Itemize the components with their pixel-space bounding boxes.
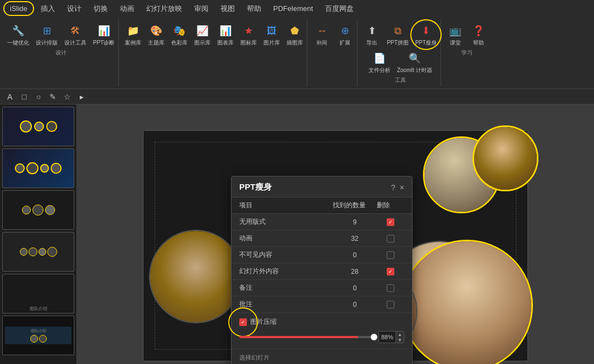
- slide-thumb-2[interactable]: 2: [2, 148, 74, 188]
- group-design-label: 设计: [56, 49, 67, 57]
- btn-export-label: 导出: [366, 40, 377, 46]
- rect-tool-btn[interactable]: □: [19, 91, 30, 102]
- btn-expand[interactable]: ⊕ 扩展: [334, 21, 356, 84]
- classroom-icon: 📺: [448, 23, 463, 38]
- tab-transition[interactable]: 切换: [88, 2, 113, 16]
- col-delete: 删除: [377, 201, 404, 210]
- row3-count: 0: [333, 251, 377, 259]
- btn-helplearn[interactable]: ❓ 帮助: [468, 21, 490, 48]
- compress-row: 图片压缩: [239, 317, 404, 327]
- slide-thumb-3[interactable]: 3: [2, 190, 74, 230]
- row6-check: [377, 301, 404, 308]
- tab-help[interactable]: 帮助: [241, 2, 267, 16]
- avatar-5: [401, 240, 533, 364]
- checkbox-animation[interactable]: [387, 235, 394, 242]
- slide-thumb-5[interactable]: 图队介绍 5: [2, 274, 74, 313]
- checkbox-unusedlayout[interactable]: ✓: [387, 218, 394, 226]
- checkbox-invisible[interactable]: [387, 251, 394, 259]
- btn-images[interactable]: 🖼 图片库: [261, 21, 283, 84]
- slide-6-label: 团队介绍: [7, 328, 70, 334]
- table-row-comments: 批注 0: [232, 296, 412, 313]
- tab-baidunetdisk[interactable]: 百度网盘: [320, 2, 359, 16]
- row2-name: 动画: [239, 234, 333, 243]
- table-row-outside: 幻灯片外内容 28 ✓: [232, 263, 412, 280]
- compress-label: 图片压缩: [250, 317, 277, 327]
- tab-pdfelement[interactable]: PDFelement: [268, 2, 318, 15]
- canvas-area[interactable]: PPT瘦身 ? × 项目 找到的数量 删除 无用版式 9: [77, 104, 594, 364]
- tab-animation[interactable]: 动画: [114, 2, 140, 16]
- group-tools-label: 工具: [395, 76, 406, 84]
- tab-islide[interactable]: iSlide: [3, 1, 34, 16]
- supplement-icon: ↔: [314, 23, 329, 38]
- dialog-header: PPT瘦身 ? ×: [232, 177, 412, 197]
- tab-review[interactable]: 审阅: [189, 2, 214, 16]
- btn-onekey[interactable]: 🔧 一键优化: [4, 21, 32, 48]
- text-tool-btn[interactable]: A: [4, 91, 15, 102]
- btn-icons-label: 图标库: [240, 40, 257, 46]
- slide-thumb-1[interactable]: 1: [2, 107, 74, 146]
- btn-charttypes[interactable]: 📊 图表库: [215, 21, 237, 84]
- btn-zoomit[interactable]: 🔍 ZoomIt 计时器: [394, 49, 435, 75]
- btn-fileanalysis[interactable]: 📄 文件分析: [366, 49, 393, 75]
- onekey-icon: 🔧: [10, 23, 26, 38]
- dialog-title: PPT瘦身: [239, 182, 272, 192]
- images-icon: 🖼: [264, 23, 279, 38]
- btn-export[interactable]: ⬆ 导出: [361, 21, 383, 48]
- btn-icons[interactable]: ★ 图标库: [238, 21, 260, 84]
- designtool-icon: 🛠: [68, 23, 83, 38]
- slider-spinners: ▲ ▼: [395, 332, 404, 343]
- btn-charts[interactable]: 📈 图示库: [191, 21, 213, 84]
- slide-panel[interactable]: 1 2 3 4: [0, 104, 77, 364]
- btn-pptjigsaw[interactable]: ⧉ PPT拼图: [384, 21, 411, 48]
- main-area: 1 2 3 4: [0, 104, 594, 364]
- slide-thumb-6[interactable]: 团队介绍 6: [2, 316, 74, 355]
- dialog-help-icon[interactable]: ?: [391, 183, 395, 192]
- btn-helplearn-label: 帮助: [473, 40, 484, 46]
- checkbox-outside[interactable]: ✓: [387, 268, 394, 275]
- group-design: 🔧 一键优化 ⊞ 设计排版 🛠 设计工具 📊 PPT诊断: [3, 19, 119, 86]
- star-tool-btn[interactable]: ☆: [62, 91, 73, 102]
- btn-shapes[interactable]: ⬟ 插图库: [284, 21, 306, 84]
- row1-count: 9: [333, 218, 377, 226]
- checkbox-notes[interactable]: [387, 284, 394, 292]
- checkbox-comments[interactable]: [387, 301, 394, 308]
- btn-themes-label: 主题库: [148, 40, 164, 46]
- btn-pptdiag[interactable]: 📊 PPT诊断: [90, 21, 117, 48]
- group-library: 📁 案例库 🎨 主题库 🎭 色彩库 📈 图示库 📊 图表库: [121, 19, 307, 86]
- btn-fileanalysis-label: 文件分析: [369, 67, 391, 74]
- btn-pptslim-label: PPT瘦身: [415, 40, 437, 46]
- slider-thumb[interactable]: [371, 334, 377, 340]
- btn-colors[interactable]: 🎭 色彩库: [168, 21, 190, 84]
- spinner-up[interactable]: ▲: [396, 332, 404, 337]
- ppt-slim-dialog: PPT瘦身 ? × 项目 找到的数量 删除 无用版式 9: [231, 176, 413, 364]
- btn-classroom-label: 课堂: [450, 40, 461, 46]
- tab-design[interactable]: 设计: [62, 2, 87, 16]
- circle-tool-btn[interactable]: ○: [33, 91, 44, 102]
- tab-insert[interactable]: 插入: [35, 2, 61, 16]
- btn-layout[interactable]: ⊞ 设计排版: [33, 21, 61, 48]
- slide-5-label: 图队介绍: [5, 306, 72, 312]
- slider-track[interactable]: [239, 336, 374, 338]
- pen-tool-btn[interactable]: ✎: [47, 91, 58, 102]
- btn-designtool[interactable]: 🛠 设计工具: [62, 21, 89, 48]
- slider-row: 88% ▲ ▼: [239, 331, 404, 343]
- ribbon-toolbar: 🔧 一键优化 ⊞ 设计排版 🛠 设计工具 📊 PPT诊断: [0, 17, 594, 89]
- btn-classroom[interactable]: 📺 课堂: [444, 21, 466, 48]
- btn-pptslim[interactable]: ⬇ PPT瘦身: [413, 21, 439, 48]
- btn-supplement[interactable]: ↔ 补间: [311, 21, 333, 84]
- btn-cases[interactable]: 📁 案例库: [122, 21, 144, 84]
- tab-view[interactable]: 视图: [215, 2, 240, 16]
- btn-expand-label: 扩展: [339, 40, 350, 46]
- dialog-close-icon[interactable]: ×: [400, 183, 404, 192]
- tab-slideshow[interactable]: 幻灯片放映: [141, 2, 188, 16]
- row3-name: 不可见内容: [239, 250, 333, 260]
- more-tool-btn[interactable]: ▸: [76, 91, 87, 102]
- btn-themes[interactable]: 🎨 主题库: [145, 21, 167, 84]
- compress-checkbox[interactable]: [239, 318, 247, 326]
- ribbon: iSlide 插入 设计 切换 动画 幻灯片放映 审阅 视图 帮助 PDFele…: [0, 0, 594, 89]
- slide-select-section: 选择幻灯片 所有幻灯片 所选幻灯片 幻灯片序列: [232, 349, 412, 364]
- btn-charttypes-label: 图表库: [217, 40, 234, 46]
- spinner-down[interactable]: ▼: [396, 337, 404, 343]
- slide-thumb-4[interactable]: 4: [2, 232, 74, 272]
- row2-check: [377, 235, 404, 242]
